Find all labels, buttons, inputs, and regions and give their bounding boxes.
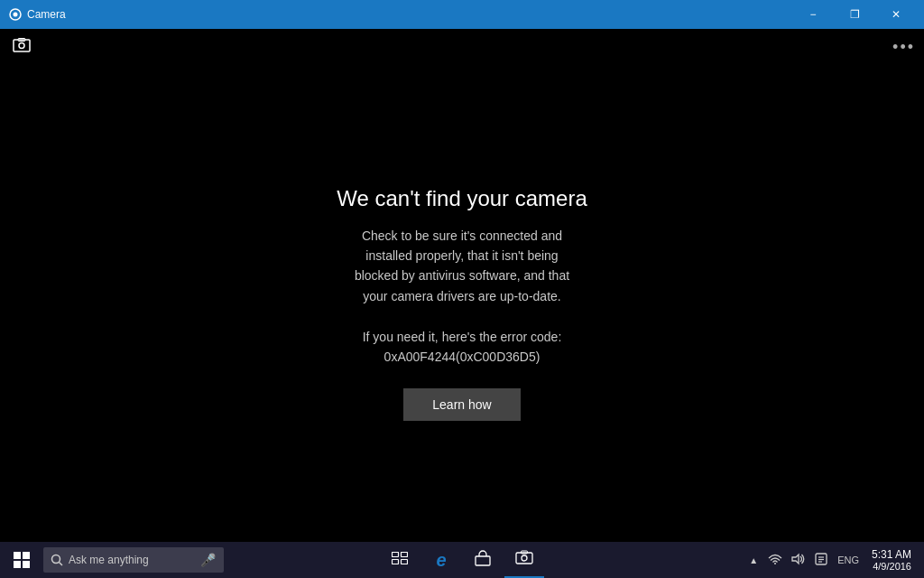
camera-taskbar-icon bbox=[515, 550, 533, 569]
svg-rect-7 bbox=[393, 553, 399, 557]
network-icon[interactable] bbox=[765, 549, 785, 571]
store-icon bbox=[475, 550, 491, 571]
taskview-icon bbox=[392, 552, 408, 568]
svg-marker-16 bbox=[792, 555, 799, 564]
svg-point-1 bbox=[14, 13, 18, 17]
svg-point-3 bbox=[19, 43, 24, 49]
taskbar-center-apps: e bbox=[380, 542, 544, 578]
app-toolbar: ••• bbox=[0, 29, 924, 65]
svg-rect-9 bbox=[393, 560, 399, 564]
windows-logo-icon bbox=[14, 552, 30, 568]
taskview-button[interactable] bbox=[380, 542, 420, 578]
svg-rect-12 bbox=[516, 553, 532, 564]
taskbar-search[interactable]: 🎤 bbox=[43, 547, 224, 573]
camera-taskbar-button[interactable] bbox=[504, 542, 544, 578]
taskbar-clock[interactable]: 5:31 AM 4/9/2016 bbox=[866, 546, 917, 573]
svg-point-5 bbox=[52, 555, 60, 564]
search-icon bbox=[51, 554, 63, 566]
error-title: We can't find your camera bbox=[337, 186, 587, 211]
photo-icon[interactable] bbox=[9, 34, 34, 60]
toolbar-left bbox=[9, 34, 34, 60]
minimize-button[interactable]: − bbox=[792, 0, 834, 29]
svg-rect-11 bbox=[476, 556, 490, 565]
toolbar-right: ••• bbox=[892, 38, 915, 57]
store-button[interactable] bbox=[463, 542, 503, 578]
close-button[interactable]: ✕ bbox=[875, 0, 917, 29]
microphone-icon[interactable]: 🎤 bbox=[200, 553, 216, 567]
titlebar-left: Camera bbox=[9, 8, 66, 21]
titlebar: Camera − ❐ ✕ bbox=[0, 0, 924, 29]
restore-button[interactable]: ❐ bbox=[834, 0, 875, 29]
clock-time: 5:31 AM bbox=[872, 548, 911, 561]
search-input[interactable] bbox=[69, 554, 195, 566]
clock-date: 4/9/2016 bbox=[873, 561, 911, 572]
tray-expand-icon[interactable]: ▲ bbox=[745, 552, 762, 569]
titlebar-title: Camera bbox=[27, 8, 66, 21]
volume-icon[interactable] bbox=[789, 549, 808, 572]
svg-line-6 bbox=[60, 563, 63, 566]
svg-rect-10 bbox=[402, 560, 408, 564]
language-indicator: ENG bbox=[834, 553, 863, 567]
svg-point-15 bbox=[774, 563, 776, 564]
main-content: We can't find your camera Check to be su… bbox=[0, 65, 924, 542]
start-button[interactable] bbox=[0, 542, 43, 578]
error-description: Check to be sure it's connected and inst… bbox=[345, 226, 579, 368]
edge-icon: e bbox=[436, 550, 446, 571]
learn-how-button[interactable]: Learn how bbox=[403, 388, 520, 421]
taskbar-tray: ▲ ENG bbox=[745, 542, 924, 578]
camera-app-icon bbox=[9, 8, 22, 21]
taskbar: 🎤 e bbox=[0, 542, 924, 578]
more-options-button[interactable]: ••• bbox=[892, 38, 915, 57]
action-center-icon[interactable] bbox=[812, 549, 830, 572]
svg-point-13 bbox=[522, 555, 527, 561]
titlebar-controls: − ❐ ✕ bbox=[792, 0, 917, 29]
edge-button[interactable]: e bbox=[421, 542, 461, 578]
svg-rect-8 bbox=[402, 553, 408, 557]
taskbar-left: 🎤 bbox=[0, 542, 224, 578]
